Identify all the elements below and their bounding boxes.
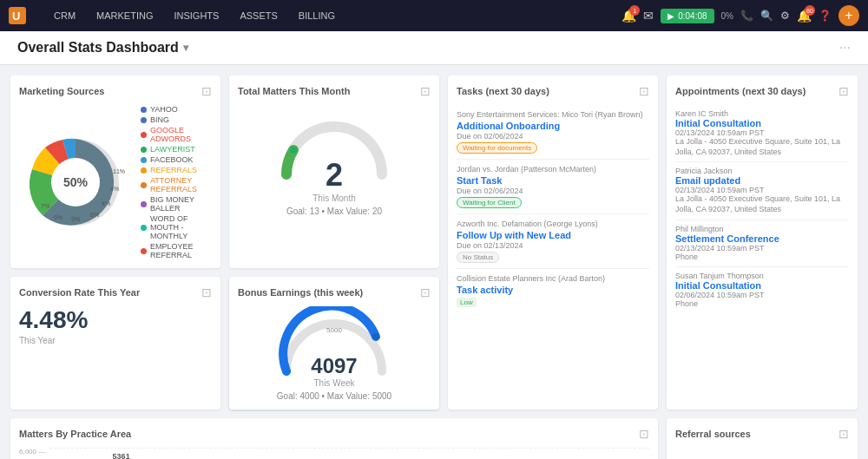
gauge-container: 5000 4097 This Week Goal: 4000 • Max Val… [238, 306, 431, 401]
appt-title[interactable]: Settlement Conference [675, 233, 849, 244]
expand-icon[interactable]: ⊡ [201, 285, 212, 299]
task-title[interactable]: Start Task [457, 175, 649, 186]
dashboard-grid: Marketing Sources ⊡ 50% 11% 4% 4% [0, 65, 868, 459]
appt-title[interactable]: Email updated [675, 175, 849, 186]
card-title: Matters By Practice Area [19, 429, 131, 439]
card-title: Appointments (next 30 days) [675, 86, 806, 96]
tasks-list: Sony Entertainment Services: Mico Tori (… [457, 105, 649, 312]
legend-bing: BING [141, 115, 212, 124]
svg-text:50%: 50% [63, 175, 89, 189]
expand-icon[interactable]: ⊡ [639, 84, 649, 98]
expand-icon[interactable]: ⊡ [420, 285, 431, 299]
notification-badge: 1 [629, 5, 640, 16]
task-due: Due on 02/13/2024 [457, 241, 649, 250]
notification-icon[interactable]: 🔔 1 [621, 9, 636, 23]
alert-count: 80 [805, 5, 815, 16]
bars-container: 5361 Asset / Stock Purchase 2042 Busines… [49, 448, 649, 459]
card-title: Marketing Sources [19, 86, 104, 96]
timer-extra: 0% [721, 11, 733, 21]
task-case: Azworth Inc. Defamation (George Lyons) [457, 220, 649, 228]
legend-atty-referrals: ATTORNEY REFERRALS [141, 176, 212, 193]
appt-title[interactable]: Initial Consultation [675, 118, 849, 128]
task-item: Jordan vs. Jordan (Patterson McMarten) S… [457, 160, 649, 214]
appt-title[interactable]: Initial Consultation [675, 280, 849, 291]
more-options-icon[interactable]: ··· [839, 40, 851, 56]
card-header: Bonus Earnings (this week) ⊡ [238, 285, 431, 299]
nav-crm[interactable]: CRM [43, 0, 86, 31]
task-case: Sony Entertainment Services: Mico Tori (… [457, 110, 649, 119]
appt-name: Phil Millington [675, 225, 849, 233]
legend-employee: EMPLOYEE REFERRAL [141, 242, 212, 259]
expand-icon[interactable]: ⊡ [201, 84, 212, 98]
pie-legend: YAHOO BING GOOGLE ADWORDS LAWYERIST FACE… [141, 105, 212, 259]
task-item: Sony Entertainment Services: Mico Tori (… [457, 105, 649, 160]
card-header: Marketing Sources ⊡ [19, 84, 212, 98]
svg-point-12 [290, 147, 297, 154]
legend-google: GOOGLE ADWORDS [141, 126, 212, 143]
appt-date: 02/13/2024 10:59am PST [675, 186, 849, 194]
task-status: Waiting for Client [457, 197, 522, 208]
bar-asset: 5361 Asset / Stock Purchase [49, 452, 193, 459]
legend-wom: WORD OF MOUTH - MONTHLY [141, 214, 212, 240]
y-axis: 6,000 — 4,500 — 3,000 — 1,500 — 0 — [19, 448, 45, 459]
card-header: Appointments (next 30 days) ⊡ [675, 84, 849, 98]
task-title[interactable]: Task activity [457, 285, 649, 295]
expand-icon[interactable]: ⊡ [420, 84, 431, 98]
card-title: Tasks (next 30 days) [457, 86, 549, 96]
legend-facebook: FACEBOOK [141, 155, 212, 164]
page-header: Overall Stats Dashboard ▾ ··· [0, 31, 868, 65]
appointment-item: Phil Millington Settlement Conference 02… [675, 220, 849, 268]
page-title-arrow[interactable]: ▾ [183, 42, 188, 54]
svg-text:4%: 4% [102, 200, 110, 207]
expand-icon[interactable]: ⊡ [838, 427, 849, 441]
nav-assets[interactable]: ASSETS [229, 0, 287, 31]
pie-chart: 50% 11% 4% 4% 6% 9% 9% 7% [19, 126, 132, 239]
legend-yahoo: YAHOO [141, 105, 212, 114]
bonus-earnings-card: Bonus Earnings (this week) ⊡ 5000 4097 T… [229, 277, 439, 410]
card-header: Total Matters This Month ⊡ [238, 84, 431, 98]
task-case: Collision Estate Planners Inc (Arad Bart… [457, 274, 649, 283]
expand-icon[interactable]: ⊡ [838, 84, 849, 98]
nav-marketing[interactable]: MARKETING [86, 0, 163, 31]
task-item: Collision Estate Planners Inc (Arad Bart… [457, 269, 649, 312]
page-title: Overall Stats Dashboard ▾ [17, 40, 188, 56]
task-title[interactable]: Additional Onboarding [457, 121, 649, 131]
bonus-gauge-goal: Goal: 4000 • Max Value: 5000 [277, 391, 391, 401]
appointment-item: Karen IC Smith Initial Consultation 02/1… [675, 105, 849, 162]
gear-icon[interactable]: ⚙ [780, 10, 790, 22]
timer-button[interactable]: ▶ 0:04:08 [661, 9, 713, 23]
timer-value: 0:04:08 [678, 11, 707, 21]
help-icon[interactable]: ❓ [819, 10, 832, 22]
task-title[interactable]: Follow Up with New Lead [457, 230, 649, 240]
bar-value: 5361 [113, 452, 130, 459]
svg-text:U: U [12, 10, 20, 23]
conversion-year-value: 4.48% [19, 306, 212, 334]
alert-badge-icon[interactable]: 🔔 80 [797, 9, 812, 23]
card-title: Conversion Rate This Year [19, 287, 140, 298]
appointments-list: Karen IC Smith Initial Consultation 02/1… [675, 105, 849, 314]
search-icon[interactable]: 🔍 [760, 10, 773, 22]
appointment-item: Susan Tanjum Thompson Initial Consultati… [675, 267, 849, 314]
gauge-label: This Month [312, 193, 355, 203]
conversion-year-card: Conversion Rate This Year ⊡ 4.48% This Y… [10, 277, 220, 410]
card-title: Total Matters This Month [238, 86, 350, 96]
gauge-value: 2 [326, 157, 343, 193]
appt-address: Phone [675, 299, 849, 310]
referral-pie-container: 57% [675, 449, 849, 459]
svg-text:5000: 5000 [326, 326, 342, 334]
legend-big-money: BIG MONEY BALLER [141, 195, 212, 213]
task-due: Due on 02/06/2024 [457, 132, 649, 141]
svg-text:7%: 7% [41, 203, 49, 209]
email-icon[interactable]: ✉ [643, 9, 654, 23]
task-due: Due on 02/06/2024 [457, 187, 649, 195]
gauge-goal: Goal: 13 • Max Value: 20 [286, 207, 382, 216]
appt-name: Karen IC Smith [675, 109, 849, 118]
expand-icon[interactable]: ⊡ [639, 427, 649, 441]
add-button[interactable]: + [838, 5, 859, 26]
matters-practice-card: Matters By Practice Area ⊡ 6,000 — 4,500… [10, 418, 658, 459]
nav-billing[interactable]: BILLING [288, 0, 345, 31]
nav-insights[interactable]: INSIGHTS [163, 0, 229, 31]
task-status: Low [457, 298, 477, 307]
phone-icon[interactable]: 📞 [740, 10, 753, 22]
appointment-item: Patricia Jackson Email updated 02/13/202… [675, 162, 849, 220]
